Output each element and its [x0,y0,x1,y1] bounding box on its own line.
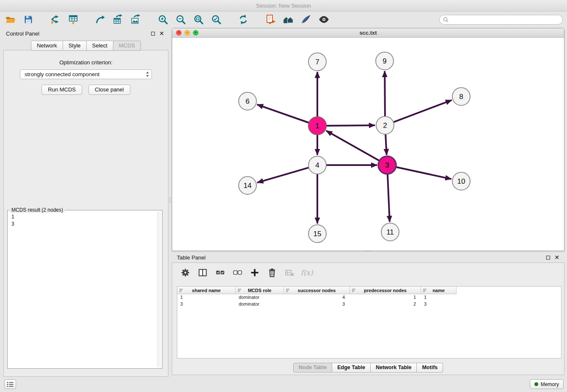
edge-3-11[interactable] [388,174,390,222]
tab-motifs[interactable]: Motifs [417,363,443,373]
export-image-button[interactable] [129,13,142,26]
search-field[interactable] [439,15,563,25]
task-history-button[interactable] [4,379,16,389]
table-cell[interactable]: dominator [236,301,284,308]
document-fork-icon [265,14,276,25]
search-input[interactable] [451,17,559,22]
close-panel-icon[interactable]: ✕ [159,30,164,36]
node-14[interactable]: 14 [239,177,256,194]
memory-button[interactable]: Memory [530,379,564,389]
edge-2-9[interactable] [385,71,385,116]
table-cell[interactable]: dominator [236,294,284,301]
edge-4-14[interactable] [257,168,309,182]
tab-mcds[interactable]: MCDS [113,41,141,51]
table-panel: Table Panel ✕ [172,252,564,375]
floppy-disk-icon [23,14,33,25]
delete-table-icon [284,268,295,278]
tab-select[interactable]: Select [87,41,113,51]
node-9[interactable]: 9 [376,52,394,70]
zoom-selected-button[interactable] [210,13,223,26]
node-6[interactable]: 6 [239,92,256,110]
show-hide-button[interactable] [317,13,330,26]
table-cell[interactable]: 1 [177,294,236,301]
svg-text:7: 7 [315,58,319,66]
column-header-predecessor-nodes[interactable]: predecessor nodes [350,287,421,294]
edge-3-10[interactable] [396,167,451,179]
criterion-select[interactable]: strongly connected component [20,69,152,79]
table-settings-button[interactable] [179,267,191,279]
node-7[interactable]: 7 [308,53,326,71]
save-session-button[interactable] [22,13,35,26]
select-all-rows-button[interactable] [214,267,226,279]
close-traffic-light[interactable]: ✕ [176,30,182,36]
column-header-mcds-role[interactable]: MCDS role [236,287,284,294]
node-10[interactable]: 10 [452,172,470,190]
table-cell[interactable]: 1 [421,294,457,301]
node-3[interactable]: 3 [378,156,396,174]
edge-3-1[interactable] [326,131,380,161]
column-header-name[interactable]: name [421,287,457,294]
function-builder-button[interactable]: f(x) [301,267,313,279]
deselect-all-rows-button[interactable] [231,267,243,279]
add-column-button[interactable] [249,267,261,279]
node-8[interactable]: 8 [452,88,470,105]
zoom-out-button[interactable] [174,13,187,26]
tab-edge-table[interactable]: Edge Table [332,363,371,373]
apply-style-button[interactable] [300,13,312,26]
close-table-panel-icon[interactable]: ✕ [554,254,559,260]
table-row[interactable]: 1dominator411 [177,294,561,301]
export-table-icon [113,14,124,25]
delete-table-button[interactable] [284,267,295,279]
table-cell[interactable]: 2 [350,301,421,308]
tab-style[interactable]: Style [63,41,87,51]
edge-1-6[interactable] [257,105,309,123]
tab-node-table[interactable]: Node Table [293,363,332,373]
apply-layout-button[interactable] [237,13,250,26]
network-window-titlebar[interactable]: ✕ − + scc.txt [172,28,564,38]
network-canvas[interactable]: 7968124314101511 [172,38,564,251]
show-columns-button[interactable] [197,267,209,279]
table-cell[interactable]: 3 [421,301,457,308]
run-mcds-button[interactable]: Run MCDS [41,85,82,95]
node-15[interactable]: 15 [308,225,326,243]
node-1[interactable]: 1 [308,117,326,135]
open-session-button[interactable] [4,13,17,26]
import-table-button[interactable] [67,13,80,26]
zoom-out-icon [176,14,186,25]
export-network-button[interactable] [94,13,107,26]
table-row[interactable]: 3dominator323 [177,301,561,308]
zoom-fit-button[interactable] [192,13,205,26]
float-panel-icon[interactable] [151,32,155,36]
close-panel-button[interactable]: Close panel [88,85,130,95]
tab-network-table[interactable]: Network Table [371,363,417,373]
edge-2-8[interactable] [394,100,452,122]
table-cell[interactable]: 3 [177,301,236,308]
import-network-button[interactable] [49,13,62,26]
export-table-button[interactable] [112,13,124,26]
node-4[interactable]: 4 [308,156,326,174]
table-cell[interactable]: 4 [284,294,350,301]
minimize-traffic-light[interactable]: − [184,30,190,36]
vertical-splitter-handle[interactable] [168,195,171,204]
column-header-successor-nodes[interactable]: successor nodes [284,287,350,294]
edge-1-2[interactable] [326,125,375,126]
node-2[interactable]: 2 [376,116,394,134]
eye-icon [318,14,330,25]
table-cell[interactable]: 3 [284,301,350,308]
table-cell[interactable]: 1 [350,294,421,301]
edge-2-3[interactable] [385,134,387,155]
optimization-criterion-label: Optimization criterion: [4,59,168,66]
column-header-shared-name[interactable]: shared name [177,287,236,294]
horizontal-splitter-handle[interactable] [363,249,372,252]
zoom-in-button[interactable] [157,13,169,26]
result-scrollbar[interactable] [157,211,161,367]
node-11[interactable]: 11 [381,223,399,241]
new-network-from-selection-button[interactable] [264,13,277,26]
control-panel: Control Panel ✕ NetworkStyleSelectMCDS O… [3,28,169,377]
first-neighbors-button[interactable] [282,13,295,26]
zoom-traffic-light[interactable]: + [193,30,198,36]
tab-network[interactable]: Network [31,41,63,51]
float-table-panel-icon[interactable] [546,256,550,259]
unchecked-boxes-icon [232,268,243,278]
delete-column-button[interactable] [266,267,278,279]
